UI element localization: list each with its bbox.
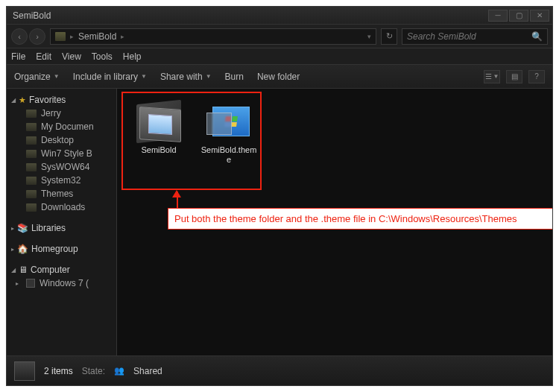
file-item-folder[interactable]: SemiBold (130, 102, 187, 165)
file-label: SemiBold.theme (200, 145, 257, 165)
folder-icon (26, 163, 37, 171)
sidebar-item-system32[interactable]: System32 (7, 174, 116, 187)
sidebar-item-downloads[interactable]: Downloads (7, 200, 116, 214)
sidebar-item-themes[interactable]: Themes (7, 187, 116, 200)
minimize-button[interactable]: ─ (488, 10, 508, 22)
sidebar-item-mydocuments[interactable]: My Documen (7, 120, 116, 133)
sidebar-item-jerry[interactable]: Jerry (7, 107, 116, 120)
sidebar-item-win7style[interactable]: Win7 Style B (7, 147, 116, 160)
folder-icon (26, 190, 37, 198)
help-button[interactable]: ? (528, 70, 545, 83)
folder-icon (26, 150, 37, 158)
address-folder: SemiBold (78, 31, 116, 42)
navigation-pane: ◢★Favorites Jerry My Documen Desktop Win… (7, 89, 117, 355)
folder-icon (26, 177, 37, 185)
menu-bar: File Edit View Tools Help (7, 48, 552, 65)
search-box[interactable]: 🔍 (402, 28, 548, 45)
star-icon: ★ (19, 95, 26, 105)
file-label: SemiBold (141, 145, 176, 155)
homegroup-icon: 🏠 (17, 244, 28, 254)
file-item-theme[interactable]: SemiBold.theme (200, 102, 257, 165)
sidebar-item-syswow64[interactable]: SysWOW64 (7, 160, 116, 174)
annotation-callout: Put both the theme folder and the .theme… (168, 208, 552, 230)
folder-icon (136, 102, 181, 141)
status-thumbnail-icon (14, 361, 35, 381)
nav-arrows: ‹ › (11, 28, 45, 45)
chevron-down-icon: ▼ (54, 73, 60, 80)
titlebar: SemiBold ─ ▢ ✕ (7, 7, 552, 25)
state-label: State: (82, 366, 105, 376)
chevron-right-icon: ▸ (121, 33, 124, 40)
libraries-icon: 📚 (17, 223, 28, 233)
explorer-window: SemiBold ─ ▢ ✕ ‹ › ▸ SemiBold ▸ ▾ ↻ 🔍 Fi… (6, 6, 553, 386)
folder-icon (55, 32, 66, 41)
drive-icon (26, 279, 35, 288)
command-bar: Organize▼ Include in library▼ Share with… (7, 65, 552, 89)
menu-edit[interactable]: Edit (36, 51, 51, 62)
theme-icon (205, 102, 253, 141)
annotation-line (177, 192, 178, 208)
folder-icon (26, 110, 37, 118)
body: ◢★Favorites Jerry My Documen Desktop Win… (7, 89, 552, 355)
search-icon: 🔍 (531, 31, 543, 42)
sidebar-item-desktop[interactable]: Desktop (7, 133, 116, 147)
share-icon: 👥 (114, 366, 124, 376)
view-options-button[interactable]: ☰▼ (484, 70, 500, 83)
annotation-text: Put both the theme folder and the .theme… (174, 213, 517, 224)
back-button[interactable]: ‹ (11, 28, 28, 45)
folder-icon (26, 136, 37, 145)
status-bar: 2 items State: 👥 Shared (7, 355, 552, 385)
state-value: Shared (133, 366, 162, 376)
refresh-button[interactable]: ↻ (381, 28, 397, 45)
chevron-right-icon: ▸ (70, 33, 74, 40)
expand-icon: ▸ (11, 246, 14, 253)
favorites-label: Favorites (29, 95, 66, 105)
expand-icon: ▸ (11, 225, 14, 232)
expand-icon: ▸ (16, 280, 19, 287)
new-folder-button[interactable]: New folder (257, 72, 300, 82)
forward-button[interactable]: › (29, 28, 45, 45)
folder-icon (26, 203, 37, 212)
organize-button[interactable]: Organize▼ (14, 72, 60, 82)
navigation-bar: ‹ › ▸ SemiBold ▸ ▾ ↻ 🔍 (7, 25, 552, 48)
address-dropdown-icon[interactable]: ▾ (367, 33, 371, 40)
address-bar[interactable]: ▸ SemiBold ▸ ▾ (50, 28, 376, 45)
close-button[interactable]: ✕ (530, 10, 549, 22)
computer-label: Computer (31, 265, 70, 275)
window-title: SemiBold (13, 10, 488, 21)
preview-pane-button[interactable]: ▤ (506, 70, 522, 83)
homegroup-label: Homegroup (31, 244, 78, 254)
collapse-icon: ◢ (11, 97, 16, 104)
items-view[interactable]: SemiBold SemiBold.theme Put both the the… (117, 89, 552, 355)
menu-tools[interactable]: Tools (92, 51, 113, 62)
computer-group[interactable]: ◢🖥Computer (7, 263, 116, 276)
menu-view[interactable]: View (62, 51, 81, 62)
window-controls: ─ ▢ ✕ (488, 10, 549, 22)
libraries-group[interactable]: ▸📚Libraries (7, 221, 116, 235)
favorites-group[interactable]: ◢★Favorites (7, 93, 116, 107)
homegroup-group[interactable]: ▸🏠Homegroup (7, 242, 116, 256)
search-input[interactable] (407, 31, 527, 42)
include-library-button[interactable]: Include in library▼ (73, 72, 147, 82)
collapse-icon: ◢ (11, 267, 16, 274)
menu-file[interactable]: File (11, 51, 25, 62)
burn-button[interactable]: Burn (225, 72, 244, 82)
maximize-button[interactable]: ▢ (509, 10, 528, 22)
share-with-button[interactable]: Share with▼ (160, 72, 212, 82)
item-count: 2 items (44, 366, 73, 376)
computer-icon: 🖥 (19, 265, 28, 275)
libraries-label: Libraries (31, 223, 66, 233)
folder-icon (26, 123, 37, 131)
chevron-down-icon: ▼ (141, 73, 147, 80)
chevron-down-icon: ▼ (206, 73, 212, 80)
sidebar-item-windows7[interactable]: ▸Windows 7 ( (7, 276, 116, 290)
menu-help[interactable]: Help (123, 51, 142, 62)
